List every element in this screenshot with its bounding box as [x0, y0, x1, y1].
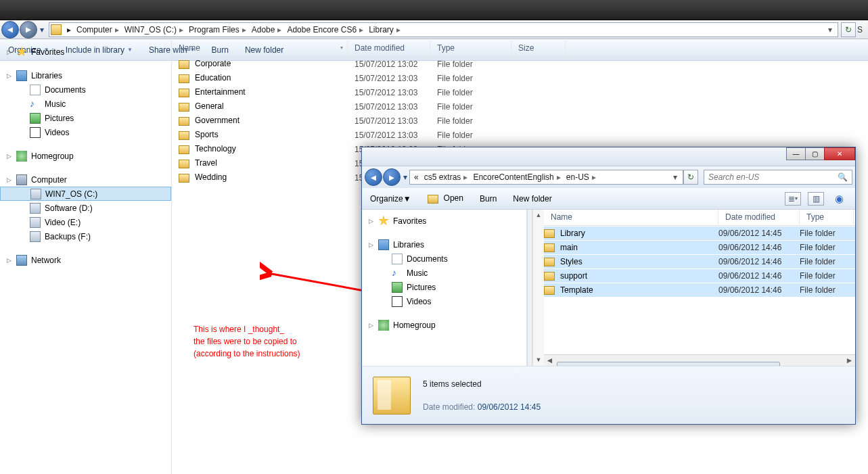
- table-row[interactable]: Library09/06/2012 14:45File folder: [544, 226, 855, 240]
- maximize-button[interactable]: ▢: [805, 147, 825, 160]
- address-bar[interactable]: « cs5 extras▸ EncoreContentEnglish▸ en-U…: [409, 170, 683, 185]
- sidebar-scrollbar[interactable]: ▲▼: [532, 210, 544, 366]
- star-icon: [378, 216, 389, 227]
- libraries-node[interactable]: ▷Libraries: [0, 68, 171, 82]
- folder-icon: [544, 272, 555, 281]
- folder-icon: [51, 24, 62, 35]
- address-dropdown[interactable]: ▾: [669, 172, 681, 182]
- details-pane: 5 items selected Date modified: 09/06/20…: [362, 366, 855, 424]
- breadcrumb[interactable]: cs5 extras▸: [421, 170, 471, 184]
- videos-node[interactable]: Videos: [362, 294, 526, 308]
- computer-node[interactable]: ▷Computer: [0, 172, 171, 187]
- refresh-button[interactable]: ↻: [683, 170, 698, 185]
- col-date[interactable]: Date modified: [348, 41, 430, 56]
- preview-pane-button[interactable]: ▥: [808, 192, 824, 206]
- window-titlebar[interactable]: — ▢ ✕: [362, 147, 855, 166]
- forward-button[interactable]: ►: [20, 21, 37, 39]
- navigation-pane: ▷Favorites ▷Libraries Documents ♪Music P…: [0, 41, 172, 474]
- col-date[interactable]: Date modified: [718, 210, 800, 225]
- history-dropdown[interactable]: ▾: [401, 172, 409, 182]
- col-type[interactable]: Type: [430, 41, 511, 56]
- favorites-node[interactable]: ▷Favorites: [0, 45, 171, 59]
- music-icon: ♪: [392, 268, 403, 279]
- table-row[interactable]: Education15/07/2012 13:03File folder: [172, 71, 868, 85]
- documents-node[interactable]: Documents: [362, 252, 526, 266]
- back-button[interactable]: ◄: [365, 168, 382, 186]
- forward-button[interactable]: ►: [383, 168, 401, 186]
- column-headers: Name▾ Date modified Type Size: [172, 41, 868, 57]
- breadcrumb[interactable]: EncoreContentEnglish▸: [470, 170, 563, 184]
- table-row[interactable]: Corporate15/07/2012 13:02File folder: [172, 57, 868, 71]
- pictures-node[interactable]: Pictures: [362, 280, 526, 294]
- drive-f-node[interactable]: Backups (F:): [0, 229, 171, 243]
- back-button[interactable]: ◄: [1, 21, 19, 39]
- minimize-button[interactable]: —: [786, 147, 806, 160]
- table-row[interactable]: Government15/07/2012 13:03File folder: [172, 114, 868, 128]
- table-row[interactable]: main09/06/2012 14:46File folder: [544, 240, 855, 254]
- horizontal-scrollbar[interactable]: ◄►: [544, 354, 855, 366]
- organize-button[interactable]: Organize▼: [370, 194, 411, 204]
- libraries-node[interactable]: ▷Libraries: [362, 237, 526, 252]
- breadcrumb[interactable]: Library▸: [366, 23, 403, 37]
- music-node[interactable]: ♪Music: [362, 266, 526, 280]
- newfolder-button[interactable]: New folder: [513, 194, 551, 204]
- open-button[interactable]: Open: [428, 193, 463, 203]
- homegroup-node[interactable]: ▷Homegroup: [0, 149, 171, 163]
- pictures-node[interactable]: Pictures: [0, 111, 171, 125]
- search-box[interactable]: 🔍: [704, 170, 852, 185]
- pane-splitter[interactable]: [527, 210, 532, 366]
- breadcrumb[interactable]: Program Files▸: [186, 23, 249, 37]
- favorites-node[interactable]: ▷Favorites: [362, 214, 526, 228]
- documents-node[interactable]: Documents: [0, 82, 171, 97]
- table-row[interactable]: Sports15/07/2012 13:03File folder: [172, 128, 868, 142]
- table-row[interactable]: General15/07/2012 13:03File folder: [172, 99, 868, 114]
- address-dropdown[interactable]: ▾: [824, 25, 836, 34]
- breadcrumb[interactable]: Computer▸: [74, 23, 122, 37]
- folder-thumbnail-icon: [373, 377, 411, 414]
- picture-icon: [392, 282, 403, 293]
- view-button[interactable]: ≣▾: [785, 192, 801, 206]
- music-node[interactable]: ♪Music: [0, 97, 171, 111]
- table-row[interactable]: Template09/06/2012 14:46File folder: [544, 283, 855, 297]
- folder-icon: [544, 258, 555, 266]
- table-row[interactable]: Entertainment15/07/2012 13:03File folder: [172, 85, 868, 99]
- file-list: Name Date modified Type Library09/06/201…: [544, 210, 855, 366]
- search-input[interactable]: [708, 172, 838, 182]
- drive-icon: [30, 217, 41, 228]
- col-size[interactable]: Size: [511, 41, 566, 56]
- breadcrumb[interactable]: WIN7_OS (C:)▸: [122, 23, 186, 37]
- drive-c-node[interactable]: WIN7_OS (C:): [0, 187, 171, 201]
- col-name[interactable]: Name▾: [172, 41, 348, 56]
- history-dropdown[interactable]: ▾: [38, 25, 46, 34]
- folder-icon: [179, 103, 189, 112]
- burn-button[interactable]: Burn: [480, 194, 497, 204]
- breadcrumb[interactable]: Adobe▸: [249, 23, 285, 37]
- breadcrumb[interactable]: ▸: [64, 23, 74, 37]
- libraries-icon: [378, 239, 389, 250]
- table-row[interactable]: Styles09/06/2012 14:46File folder: [544, 254, 855, 268]
- close-button[interactable]: ✕: [824, 147, 855, 160]
- drive-e-node[interactable]: Video (E:): [0, 215, 171, 229]
- drive-icon: [30, 203, 41, 214]
- folder-icon: [179, 160, 189, 168]
- address-bar[interactable]: ▸ Computer▸ WIN7_OS (C:)▸ Program Files▸…: [49, 22, 838, 37]
- videos-node[interactable]: Videos: [0, 125, 171, 139]
- refresh-button[interactable]: ↻: [841, 22, 856, 37]
- folder-icon: [179, 174, 189, 183]
- homegroup-node[interactable]: ▷Homegroup: [362, 318, 526, 332]
- video-icon: [30, 127, 41, 138]
- breadcrumb[interactable]: en-US▸: [564, 170, 599, 184]
- folder-icon: [179, 60, 189, 69]
- folder-icon: [179, 145, 189, 154]
- col-name[interactable]: Name: [544, 210, 718, 225]
- breadcrumb[interactable]: «: [411, 170, 421, 184]
- breadcrumb[interactable]: Adobe Encore CS6▸: [284, 23, 366, 37]
- network-node[interactable]: ▷Network: [0, 253, 171, 267]
- toolbar: Organize▼ Open Burn New folder ≣▾ ▥ ◉: [362, 188, 855, 210]
- table-row[interactable]: support09/06/2012 14:46File folder: [544, 268, 855, 283]
- drive-d-node[interactable]: Software (D:): [0, 201, 171, 215]
- col-type[interactable]: Type: [800, 210, 854, 225]
- help-button[interactable]: ◉: [831, 192, 847, 206]
- picture-icon: [30, 113, 41, 124]
- document-icon: [392, 254, 403, 264]
